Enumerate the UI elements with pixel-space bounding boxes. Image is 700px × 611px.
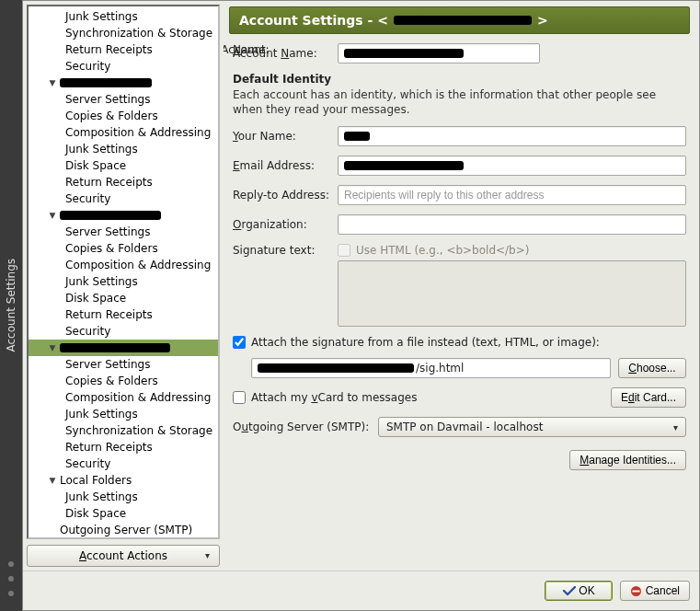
- reply-to-input[interactable]: [338, 185, 686, 205]
- attach-vcard-checkbox[interactable]: [233, 391, 246, 404]
- account-subitem[interactable]: Copies & Folders: [29, 240, 218, 257]
- account-subitem[interactable]: Composition & Addressing: [29, 389, 218, 406]
- header-account-redacted: [394, 16, 532, 25]
- account-row[interactable]: [29, 207, 218, 224]
- account-subitem[interactable]: Junk Settings: [29, 8, 218, 25]
- account-subitem[interactable]: Security: [29, 58, 218, 75]
- account-subitem[interactable]: Junk Settings: [29, 489, 218, 505]
- smtp-label: Outgoing Server (SMTP):: [233, 421, 371, 433]
- account-row[interactable]: [29, 340, 218, 356]
- account-subitem[interactable]: Junk Settings: [29, 406, 218, 422]
- accounts-sidebar: Junk SettingsSynchronization & StorageRe…: [23, 1, 224, 571]
- account-subitem[interactable]: Return Receipts: [29, 41, 218, 58]
- choose-signature-button[interactable]: Choose...: [618, 358, 686, 378]
- account-subitem[interactable]: Security: [29, 323, 218, 340]
- account-subitem[interactable]: Junk Settings: [29, 141, 218, 157]
- account-subitem[interactable]: Security: [29, 190, 218, 207]
- account-row[interactable]: Local Folders: [29, 472, 218, 489]
- check-icon: [563, 586, 576, 596]
- attach-signature-checkbox[interactable]: [233, 336, 246, 349]
- account-subitem[interactable]: Disk Space: [29, 505, 218, 522]
- window-title: Account Settings: [5, 259, 17, 352]
- account-name-redacted: [60, 343, 170, 352]
- attach-vcard-label: Attach my vCard to messages: [251, 391, 417, 404]
- account-subitem[interactable]: Synchronization & Storage: [29, 422, 218, 439]
- disclosure-triangle-icon[interactable]: [47, 78, 58, 87]
- account-name-input[interactable]: [338, 43, 540, 63]
- account-name-label: Account Name:: [233, 47, 330, 60]
- account-subitem[interactable]: Security: [29, 455, 218, 472]
- panel-header: Account Settings - < >: [229, 6, 690, 34]
- reply-to-label: Reply-to Address:: [233, 189, 330, 202]
- account-subitem[interactable]: Disk Space: [29, 157, 218, 174]
- ok-label: OK: [579, 584, 594, 597]
- titlebar-dot: [8, 576, 14, 582]
- email-input[interactable]: [338, 156, 686, 176]
- header-prefix: Account Settings - <: [239, 13, 388, 28]
- account-name-redacted: [60, 211, 161, 220]
- account-subitem[interactable]: Server Settings: [29, 356, 218, 373]
- header-suffix: >: [537, 13, 548, 28]
- account-subitem[interactable]: Return Receipts: [29, 306, 218, 323]
- account-subitem[interactable]: Server Settings: [29, 91, 218, 108]
- organization-input[interactable]: [338, 214, 686, 235]
- account-row[interactable]: [29, 75, 218, 91]
- attach-signature-label: Attach the signature from a file instead…: [251, 336, 600, 349]
- account-subitem[interactable]: Server Settings: [29, 224, 218, 240]
- account-subitem[interactable]: Synchronization & Storage: [29, 25, 218, 41]
- titlebar-dot: [8, 591, 14, 596]
- dialog: Junk SettingsSynchronization & StorageRe…: [22, 0, 700, 611]
- organization-label: Organization:: [233, 218, 330, 231]
- edit-card-button[interactable]: Edit Card...: [611, 387, 686, 408]
- window-titlebar: Account Settings: [0, 0, 22, 611]
- your-name-input[interactable]: [338, 126, 686, 146]
- smtp-select[interactable]: SMTP on Davmail - localhost: [378, 417, 686, 437]
- account-subitem[interactable]: Copies & Folders: [29, 373, 218, 389]
- outgoing-server-row[interactable]: Outgoing Server (SMTP): [29, 522, 218, 538]
- smtp-value: SMTP on Davmail - localhost: [386, 421, 543, 433]
- accounts-tree[interactable]: Junk SettingsSynchronization & StorageRe…: [27, 5, 220, 539]
- account-subitem[interactable]: Return Receipts: [29, 439, 218, 455]
- account-name: Local Folders: [60, 474, 132, 487]
- signature-textarea: [338, 260, 686, 327]
- signature-text-label: Signature text:: [233, 244, 330, 257]
- account-name-redacted: [60, 78, 152, 87]
- ok-button[interactable]: OK: [545, 581, 613, 601]
- default-identity-heading: Default Identity: [233, 73, 686, 86]
- dialog-footer: OK Cancel: [23, 571, 699, 610]
- signature-file-input[interactable]: /sig.html: [251, 358, 611, 378]
- signature-file-suffix: /sig.html: [416, 362, 464, 375]
- cancel-button[interactable]: Cancel: [620, 581, 690, 601]
- account-actions-button[interactable]: Account Actions: [27, 545, 220, 567]
- disclosure-triangle-icon[interactable]: [47, 476, 58, 485]
- use-html-checkbox: [338, 244, 350, 257]
- account-subitem[interactable]: Composition & Addressing: [29, 257, 218, 273]
- account-subitem[interactable]: Composition & Addressing: [29, 124, 218, 141]
- account-subitem[interactable]: Return Receipts: [29, 174, 218, 190]
- use-html-label: Use HTML (e.g., <b>bold</b>): [356, 244, 529, 257]
- titlebar-dot: [8, 561, 14, 567]
- disclosure-triangle-icon[interactable]: [47, 343, 58, 352]
- email-label: Email Address:: [233, 159, 330, 172]
- cancel-label: Cancel: [646, 584, 680, 597]
- svg-rect-1: [633, 591, 640, 593]
- account-subitem[interactable]: Junk Settings: [29, 273, 218, 290]
- identity-hint: Each account has an identity, which is t…: [233, 87, 686, 117]
- cancel-icon: [630, 585, 642, 597]
- disclosure-triangle-icon[interactable]: [47, 211, 58, 220]
- settings-panel: Account Settings - < > Name: Account Acc…: [224, 1, 699, 571]
- account-subitem[interactable]: Copies & Folders: [29, 108, 218, 124]
- manage-identities-button[interactable]: Manage Identities...: [569, 450, 686, 470]
- account-subitem[interactable]: Disk Space: [29, 290, 218, 306]
- your-name-label: Your Name:: [233, 130, 330, 143]
